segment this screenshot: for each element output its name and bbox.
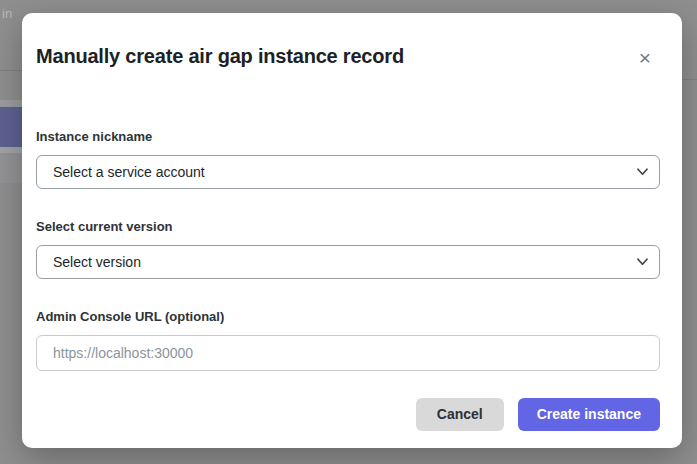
- cancel-button[interactable]: Cancel: [416, 398, 504, 431]
- modal-title: Manually create air gap instance record: [36, 44, 660, 68]
- create-airgap-instance-modal: Manually create air gap instance record …: [22, 13, 682, 448]
- background-table-row: [0, 153, 23, 183]
- admin-console-url-label: Admin Console URL (optional): [36, 310, 660, 323]
- version-select-wrap: Select version: [36, 245, 660, 279]
- field-group-current-version: Select current version Select version: [36, 220, 660, 279]
- create-instance-button[interactable]: Create instance: [518, 398, 660, 431]
- field-group-instance-nickname: Instance nickname Select a service accou…: [36, 130, 660, 189]
- service-account-select[interactable]: Select a service account: [36, 155, 660, 189]
- background-table-row: [0, 100, 23, 107]
- instance-nickname-label: Instance nickname: [36, 130, 660, 143]
- admin-console-url-input[interactable]: [36, 335, 660, 371]
- modal-footer: Cancel Create instance: [36, 398, 660, 431]
- background-text-fragment: in: [2, 6, 12, 21]
- close-icon[interactable]: ×: [632, 45, 658, 71]
- version-select[interactable]: Select version: [36, 245, 660, 279]
- background-divider: [0, 70, 24, 71]
- background-divider: [681, 79, 697, 80]
- background-selected-row: [0, 107, 23, 147]
- field-group-admin-console-url: Admin Console URL (optional): [36, 310, 660, 371]
- service-account-select-wrap: Select a service account: [36, 155, 660, 189]
- current-version-label: Select current version: [36, 220, 660, 233]
